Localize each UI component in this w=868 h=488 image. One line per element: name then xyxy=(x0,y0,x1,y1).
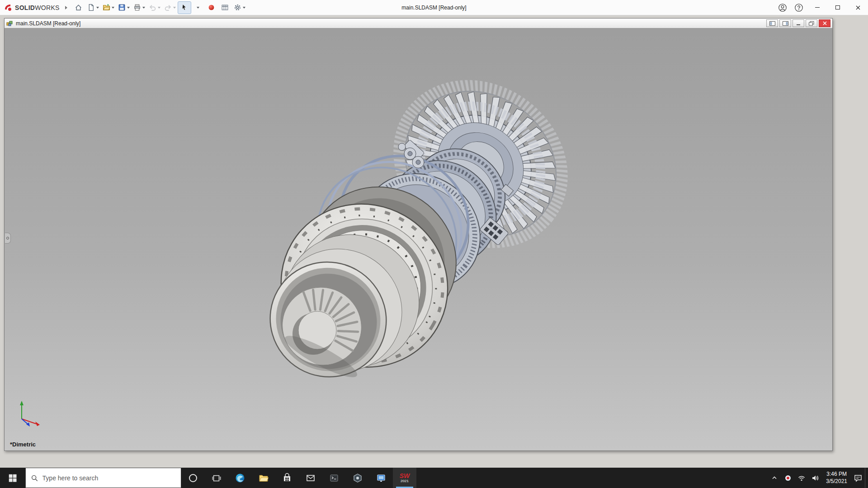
child-close-button[interactable] xyxy=(819,19,830,27)
save-floppy-icon xyxy=(118,4,126,11)
mouse-gesture-button[interactable] xyxy=(205,1,218,14)
featuremanager-flyout-tab[interactable] xyxy=(5,233,11,244)
edge-button[interactable] xyxy=(228,468,252,488)
print-button[interactable] xyxy=(132,1,147,14)
start-button[interactable] xyxy=(0,468,25,488)
task-view-icon xyxy=(212,473,222,483)
cortana-button[interactable] xyxy=(181,468,205,488)
network-wifi-icon xyxy=(797,474,806,482)
undo-icon xyxy=(149,4,156,11)
mail-button[interactable] xyxy=(299,468,322,488)
search-icon xyxy=(31,474,38,482)
search-input[interactable] xyxy=(42,474,176,482)
child-restore-button[interactable] xyxy=(806,19,817,27)
titlebar-right-controls xyxy=(774,0,868,15)
store-icon xyxy=(282,473,292,483)
options-button[interactable] xyxy=(232,1,247,14)
chevron-up-icon xyxy=(771,474,778,482)
chevron-down-icon xyxy=(127,7,130,9)
assembly-document-icon xyxy=(6,20,13,27)
open-folder-icon xyxy=(103,4,110,11)
chevron-down-icon xyxy=(197,7,199,9)
user-account-button[interactable] xyxy=(774,0,791,15)
pane-right-button[interactable] xyxy=(779,19,791,27)
blue-app-icon xyxy=(376,473,387,483)
design-table-button[interactable] xyxy=(218,1,232,14)
brand-text: SOLIDWORKS xyxy=(15,4,60,11)
action-center-button[interactable] xyxy=(851,468,865,488)
print-icon xyxy=(133,4,141,11)
solidworks-logo-icon xyxy=(4,3,13,12)
brand-bold: SOLID xyxy=(15,4,35,11)
minimize-button[interactable] xyxy=(807,0,827,15)
minimize-icon xyxy=(815,7,820,8)
hexagon-app-icon xyxy=(352,473,363,483)
app-titlebar: SOLIDWORKS main.SLDASM [Read-on xyxy=(0,0,868,15)
terminal-button[interactable] xyxy=(322,468,346,488)
windows-start-icon xyxy=(8,473,18,483)
design-table-icon xyxy=(221,4,229,11)
network-button[interactable] xyxy=(795,468,808,488)
chevron-down-icon xyxy=(112,7,114,9)
mouse-gesture-icon xyxy=(208,4,215,11)
menu-flyout-arrow-icon[interactable] xyxy=(65,6,67,9)
chevron-down-icon xyxy=(243,7,245,9)
solidworks-logo: SOLIDWORKS xyxy=(4,3,60,12)
hexagon-app-button[interactable] xyxy=(346,468,369,488)
terminal-icon xyxy=(329,473,340,483)
taskbar-clock[interactable]: 3:46 PM 3/5/2021 xyxy=(822,468,851,488)
graphics-viewport[interactable]: *Dimetric xyxy=(5,28,832,450)
help-button[interactable] xyxy=(791,0,807,15)
redo-button[interactable] xyxy=(162,1,178,14)
select-cursor-icon xyxy=(180,4,188,11)
sw-icon-label: SW xyxy=(400,473,410,479)
show-desktop-button[interactable] xyxy=(865,468,868,488)
save-button[interactable] xyxy=(116,1,132,14)
orientation-triad xyxy=(14,399,43,429)
flyout-dot-icon xyxy=(6,237,9,239)
close-icon xyxy=(822,21,827,26)
chevron-down-icon xyxy=(96,7,99,9)
tray-app-button[interactable] xyxy=(781,468,795,488)
taskbar-search-box[interactable] xyxy=(25,468,181,488)
mdi-background: main.SLDASM [Read-only] xyxy=(0,15,868,468)
blue-app-button[interactable] xyxy=(369,468,393,488)
redo-icon xyxy=(164,4,172,11)
clock-date: 3/5/2021 xyxy=(826,478,847,485)
select-tool-button[interactable] xyxy=(178,1,191,14)
maximize-button[interactable] xyxy=(827,0,848,15)
action-center-icon xyxy=(854,474,863,483)
document-window-buttons xyxy=(766,19,830,27)
select-tool-dropdown[interactable] xyxy=(191,1,205,14)
chevron-down-icon xyxy=(142,7,145,9)
file-explorer-button[interactable] xyxy=(252,468,275,488)
child-minimize-button[interactable] xyxy=(793,19,804,27)
tray-expand-button[interactable] xyxy=(768,468,781,488)
home-button[interactable] xyxy=(72,1,85,14)
volume-icon xyxy=(811,474,819,482)
pane-left-button[interactable] xyxy=(766,19,778,27)
task-view-button[interactable] xyxy=(205,468,228,488)
restore-icon xyxy=(809,21,814,26)
edge-icon xyxy=(235,473,245,483)
undo-button[interactable] xyxy=(147,1,162,14)
tray-app-icon xyxy=(784,474,792,482)
close-button[interactable] xyxy=(848,0,868,15)
user-account-icon xyxy=(778,3,787,12)
engine-3d-model[interactable] xyxy=(5,28,832,450)
sw-icon-year: 2021 xyxy=(401,479,409,483)
window-document-title: main.SLDASM [Read-only] xyxy=(401,5,466,11)
new-document-button[interactable] xyxy=(85,1,101,14)
pane-right-icon xyxy=(783,21,788,26)
document-window-title: main.SLDASM [Read-only] xyxy=(16,20,80,27)
store-button[interactable] xyxy=(275,468,299,488)
clock-time: 3:46 PM xyxy=(826,471,847,478)
open-button[interactable] xyxy=(101,1,116,14)
solidworks-taskbar-button[interactable]: SW 2021 xyxy=(393,468,416,488)
mail-icon xyxy=(305,473,316,483)
maximize-icon xyxy=(835,5,840,9)
document-window: main.SLDASM [Read-only] xyxy=(4,18,833,451)
chevron-down-icon xyxy=(173,7,176,9)
document-window-titlebar[interactable]: main.SLDASM [Read-only] xyxy=(5,19,832,28)
volume-button[interactable] xyxy=(808,468,822,488)
